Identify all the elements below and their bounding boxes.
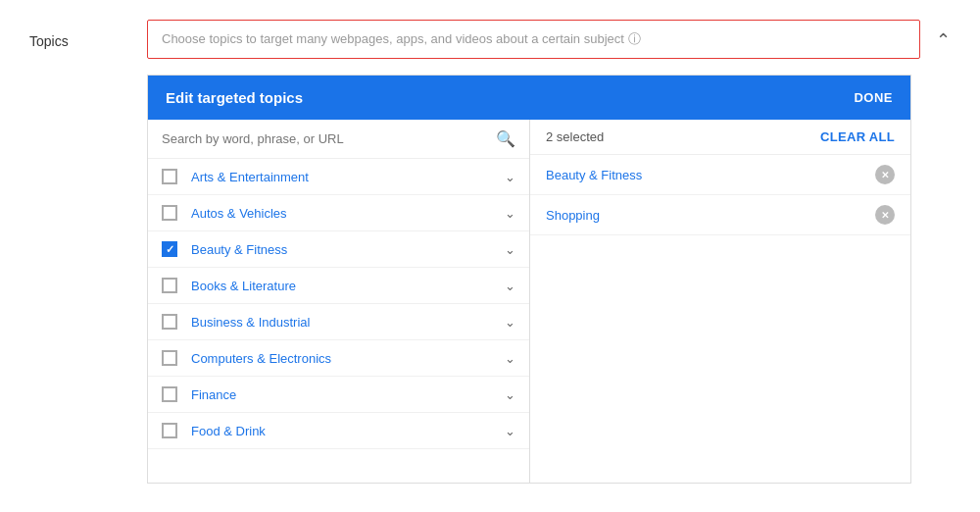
panel-header: Edit targeted topics DONE — [148, 76, 910, 120]
selected-item: Shopping — [530, 195, 910, 235]
topic-checkbox[interactable] — [162, 169, 177, 184]
topic-item[interactable]: Finance⌄ — [148, 377, 529, 413]
topic-list: Arts & Entertainment⌄Autos & Vehicles⌄Be… — [148, 159, 529, 483]
topic-checkbox[interactable] — [162, 386, 177, 402]
topic-item[interactable]: Computers & Electronics⌄ — [148, 340, 529, 377]
topic-item[interactable]: Books & Literature⌄ — [148, 268, 529, 304]
topic-name: Autos & Vehicles — [191, 206, 505, 221]
topic-item[interactable]: Food & Drink⌄ — [148, 413, 529, 449]
topic-name: Computers & Electronics — [191, 351, 505, 366]
expand-icon[interactable]: ⌄ — [505, 387, 515, 402]
expand-icon[interactable]: ⌄ — [505, 315, 515, 330]
search-icon: 🔍 — [496, 129, 515, 148]
topic-checkbox[interactable] — [162, 423, 177, 438]
topics-label: Topics — [29, 20, 147, 49]
remove-button[interactable] — [875, 165, 895, 184]
search-input[interactable] — [162, 131, 496, 146]
topic-checkbox[interactable] — [162, 241, 177, 257]
expand-icon[interactable]: ⌄ — [505, 424, 515, 438]
topic-name: Beauty & Fitness — [191, 242, 505, 257]
expand-icon[interactable]: ⌄ — [505, 242, 515, 257]
selected-item-name: Beauty & Fitness — [546, 168, 642, 182]
topic-checkbox[interactable] — [162, 205, 177, 221]
topic-name: Food & Drink — [191, 424, 505, 438]
edit-topics-panel: Edit targeted topics DONE 🔍 Arts & Enter… — [147, 75, 911, 484]
collapse-chevron-icon[interactable]: ⌃ — [936, 20, 951, 51]
expand-icon[interactable]: ⌄ — [505, 206, 515, 221]
done-button[interactable]: DONE — [854, 90, 893, 105]
selected-item-name: Shopping — [546, 208, 600, 223]
search-row: 🔍 — [148, 120, 529, 159]
expand-icon[interactable]: ⌄ — [505, 351, 515, 366]
panel-title: Edit targeted topics — [166, 89, 303, 106]
clear-all-button[interactable]: CLEAR ALL — [820, 129, 895, 144]
topic-item[interactable]: Arts & Entertainment⌄ — [148, 159, 529, 195]
topic-checkbox[interactable] — [162, 350, 177, 366]
panel-body: 🔍 Arts & Entertainment⌄Autos & Vehicles⌄… — [148, 120, 910, 483]
selected-header: 2 selected CLEAR ALL — [530, 120, 910, 155]
topic-checkbox[interactable] — [162, 314, 177, 330]
topic-item[interactable]: Business & Industrial⌄ — [148, 304, 529, 340]
topic-name: Business & Industrial — [191, 315, 505, 330]
selected-item: Beauty & Fitness — [530, 155, 910, 195]
left-panel: 🔍 Arts & Entertainment⌄Autos & Vehicles⌄… — [148, 120, 530, 483]
expand-icon[interactable]: ⌄ — [505, 279, 515, 293]
topic-checkbox[interactable] — [162, 278, 177, 293]
topic-item[interactable]: Beauty & Fitness⌄ — [148, 231, 529, 268]
expand-icon[interactable]: ⌄ — [505, 170, 515, 184]
right-panel: 2 selected CLEAR ALL Beauty & FitnessSho… — [530, 120, 910, 483]
topic-name: Arts & Entertainment — [191, 170, 505, 184]
selected-list: Beauty & FitnessShopping — [530, 155, 910, 483]
topic-item[interactable]: Autos & Vehicles⌄ — [148, 195, 529, 231]
topics-input-area[interactable]: Choose topics to target many webpages, a… — [147, 20, 920, 59]
topic-name: Finance — [191, 387, 505, 402]
selected-count: 2 selected — [546, 129, 604, 144]
remove-button[interactable] — [875, 205, 895, 225]
topic-name: Books & Literature — [191, 279, 505, 293]
